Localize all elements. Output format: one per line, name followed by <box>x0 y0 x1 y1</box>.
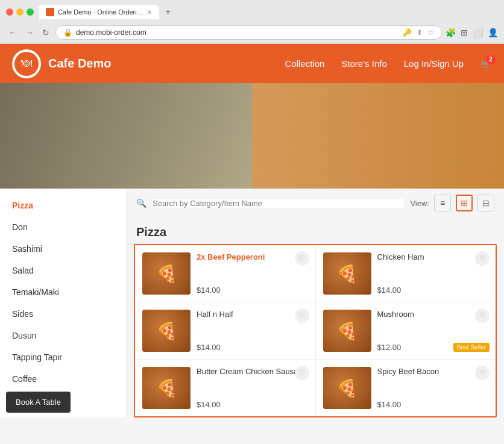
item-image <box>142 252 191 295</box>
user-profile-icon[interactable]: ⊞ <box>461 28 468 37</box>
maximize-button[interactable] <box>27 8 34 16</box>
address-bar: ← → ↻ 🔒 demo.mobi-order.com 🔑 ⬆ ☆ 🧩 ⊞ ⬜ … <box>6 23 498 43</box>
main-layout: PizzaDonSashimiSaladTemaki/MakiSidesDusu… <box>0 189 504 425</box>
category-title: Pizza <box>127 218 504 244</box>
item-card-5[interactable]: Butter Cream Chicken Sausage$14.00♡ <box>135 360 316 416</box>
key-icon: 🔑 <box>403 28 412 37</box>
item-price: $14.00 <box>197 343 308 352</box>
favorite-button[interactable]: ♡ <box>475 251 490 266</box>
tile-view-button[interactable]: ⊟ <box>477 195 494 211</box>
search-icon: 🔍 <box>136 198 146 208</box>
sidebar: PizzaDonSashimiSaladTemaki/MakiSidesDusu… <box>0 189 127 417</box>
nav-login[interactable]: Log In/Sign Up <box>404 58 464 69</box>
back-button[interactable]: ← <box>6 27 19 39</box>
item-price: $14.00 <box>197 286 308 295</box>
item-card-3[interactable]: Half n Half$14.00♡ <box>135 302 316 359</box>
item-info: Butter Cream Chicken Sausage$14.00 <box>191 367 308 409</box>
share-icon: ⬆ <box>417 28 423 37</box>
item-name: Chicken Ham <box>377 252 489 263</box>
cart-badge: 2 <box>486 55 496 64</box>
site-title: Cafe Demo <box>48 57 285 70</box>
new-tab-button[interactable]: + <box>162 7 174 17</box>
item-name: Mushroom <box>377 310 489 320</box>
item-image <box>323 367 371 409</box>
hero-left-panel <box>0 83 252 189</box>
item-info: Spicy Beef Bacon$14.00 <box>371 367 489 409</box>
item-info: 2x Beef Pepperoni$14.00 <box>191 252 308 295</box>
item-price: $14.00 <box>377 286 489 295</box>
sidebar-item-temaki-maki[interactable]: Temaki/Maki <box>0 281 126 303</box>
cart-button[interactable]: 🛒 2 <box>480 58 492 69</box>
nav-stores-info[interactable]: Store's Info <box>341 58 386 69</box>
url-input[interactable]: 🔒 demo.mobi-order.com 🔑 ⬆ ☆ <box>55 25 442 40</box>
item-name: 2x Beef Pepperoni <box>197 252 308 263</box>
site-logo: 🍽 <box>12 49 41 78</box>
active-tab[interactable]: Cafe Demo - Online Ordering ✕ <box>39 5 159 19</box>
logo-icon: 🍽 <box>21 57 32 70</box>
item-price: $14.00 <box>377 400 489 409</box>
refresh-button[interactable]: ↻ <box>40 27 52 39</box>
tab-favicon <box>46 8 54 16</box>
favorite-button[interactable]: ♡ <box>475 366 490 380</box>
address-bar-icons: 🔑 ⬆ ☆ <box>403 28 434 37</box>
tab-close-icon[interactable]: ✕ <box>147 9 152 16</box>
items-row: 2x Beef Pepperoni$14.00♡Chicken Ham$14.0… <box>135 245 496 302</box>
grid-view-button[interactable]: ⊞ <box>456 195 473 211</box>
item-image <box>142 310 191 352</box>
sidebar-item-coffee[interactable]: Coffee <box>0 368 126 390</box>
view-controls: View: ≡ ⊞ ⊟ <box>410 195 494 211</box>
site-header: 🍽 Cafe Demo Collection Store's Info Log … <box>0 44 504 83</box>
browser-chrome: Cafe Demo - Online Ordering ✕ + ← → ↻ 🔒 … <box>0 0 504 44</box>
list-view-button[interactable]: ≡ <box>434 195 451 211</box>
item-card-6[interactable]: Spicy Beef Bacon$14.00♡ <box>316 360 496 416</box>
favorite-button[interactable]: ♡ <box>295 308 309 323</box>
extensions-icon[interactable]: 🧩 <box>446 28 456 37</box>
minimize-button[interactable] <box>16 8 24 16</box>
favorite-button[interactable]: ♡ <box>295 366 309 380</box>
item-info: Half n Half$14.00 <box>191 310 308 352</box>
item-card-2[interactable]: Chicken Ham$14.00♡ <box>316 245 496 302</box>
sidebar-item-don[interactable]: Don <box>0 216 126 238</box>
sidebar-item-sashimi[interactable]: Sashimi <box>0 238 126 260</box>
item-image <box>323 310 371 352</box>
sidebar-toggle-icon[interactable]: ⬜ <box>473 28 483 37</box>
account-icon[interactable]: 👤 <box>488 28 498 37</box>
sidebar-item-dusun[interactable]: Dusun <box>0 325 126 346</box>
close-button[interactable] <box>6 8 13 16</box>
hero-banner <box>0 83 504 189</box>
item-name: Half n Half <box>197 310 308 320</box>
best-seller-badge: Best Seller <box>453 343 490 352</box>
item-info: Chicken Ham$14.00 <box>371 252 489 295</box>
site-nav: Collection Store's Info Log In/Sign Up 🛒… <box>285 58 492 69</box>
sidebar-wrapper: PizzaDonSashimiSaladTemaki/MakiSidesDusu… <box>0 189 127 425</box>
hero-right-panel <box>252 83 504 189</box>
item-card-1[interactable]: 2x Beef Pepperoni$14.00♡ <box>135 245 316 302</box>
sidebar-item-sides[interactable]: Sides <box>0 303 126 325</box>
nav-collection[interactable]: Collection <box>285 58 324 69</box>
items-row: Butter Cream Chicken Sausage$14.00♡Spicy… <box>135 360 496 416</box>
favorite-button[interactable]: ♡ <box>295 251 309 266</box>
search-input[interactable] <box>153 199 404 208</box>
logo-inner: 🍽 <box>14 52 39 76</box>
url-text: demo.mobi-order.com <box>76 28 399 37</box>
sidebar-item-tapping-tapir[interactable]: Tapping Tapir <box>0 346 126 368</box>
item-image <box>323 252 371 295</box>
item-price: $14.00 <box>197 400 308 409</box>
tab-title: Cafe Demo - Online Ordering <box>58 8 143 16</box>
tab-bar: Cafe Demo - Online Ordering ✕ + <box>39 5 174 19</box>
forward-button[interactable]: → <box>23 27 36 39</box>
view-label: View: <box>410 199 429 208</box>
item-name: Spicy Beef Bacon <box>377 367 489 377</box>
content-area: 🔍 View: ≡ ⊞ ⊟ Pizza 2x Beef Pepperoni$14… <box>127 189 504 425</box>
hero-image <box>0 83 504 189</box>
search-bar: 🔍 View: ≡ ⊞ ⊟ <box>127 189 504 218</box>
item-card-4[interactable]: Mushroom$12.00♡Best Seller <box>316 302 496 359</box>
item-name: Butter Cream Chicken Sausage <box>197 367 308 377</box>
traffic-lights <box>6 8 34 16</box>
book-table-button[interactable]: Book A Table <box>6 392 71 413</box>
items-grid: 2x Beef Pepperoni$14.00♡Chicken Ham$14.0… <box>134 244 497 417</box>
sidebar-item-pizza[interactable]: Pizza <box>0 195 126 216</box>
favorite-button[interactable]: ♡ <box>475 308 490 323</box>
sidebar-item-salad[interactable]: Salad <box>0 260 126 281</box>
browser-actions: 🧩 ⊞ ⬜ 👤 <box>446 28 498 37</box>
